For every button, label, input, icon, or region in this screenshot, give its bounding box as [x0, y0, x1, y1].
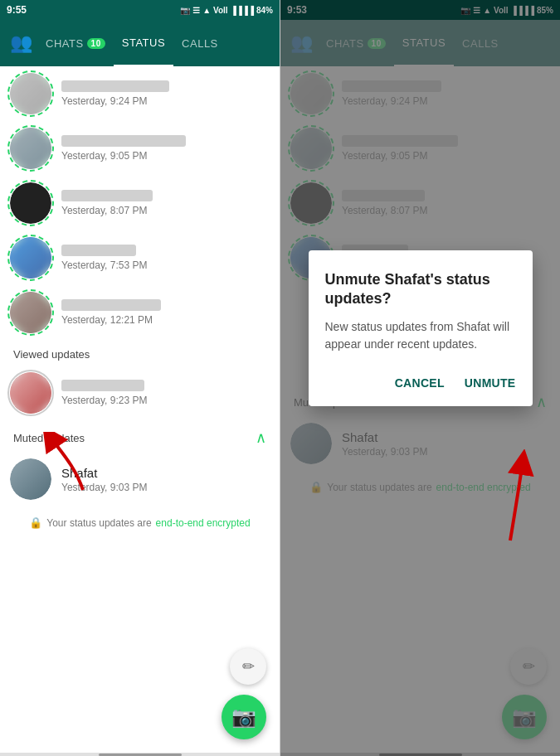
status-info-3: Yesterday, 8:07 PM	[61, 190, 270, 216]
red-arrow-right	[469, 449, 552, 549]
status-item-5[interactable]: Yesterday, 12:21 PM	[0, 285, 280, 340]
viewed-item-1[interactable]: Yesterday, 9:23 PM	[0, 366, 280, 420]
status-info-4: Yesterday, 7:53 PM	[61, 245, 270, 271]
left-fab-area: ✏ 📷	[222, 648, 266, 739]
left-nav-tabs: Chats 10 Status Calls	[37, 20, 276, 66]
pencil-icon-left: ✏	[242, 657, 255, 676]
avatar-wrap-viewed	[10, 372, 51, 414]
cancel-button[interactable]: Cancel	[395, 373, 445, 393]
red-arrow-left	[33, 432, 116, 498]
left-bottom-indicator	[99, 754, 182, 756]
dialog-body: New status updates from Shafat will appe…	[325, 318, 516, 353]
left-top-nav: 👥 Chats 10 Status Calls	[0, 20, 280, 66]
status-item-2[interactable]: Yesterday, 9:05 PM	[0, 121, 280, 176]
avatar-wrap-1	[10, 73, 51, 114]
viewed-info-1: Yesterday, 9:23 PM	[61, 380, 270, 406]
status-info-1: Yesterday, 9:24 PM	[61, 80, 270, 107]
enc-link-left[interactable]: end-to-end encrypted	[156, 517, 251, 529]
left-phone-panel: 9:55 📷 ☰ ▲ Voll ▐▐▐▐ 84% 👥 Chats 10 Stat…	[0, 0, 280, 756]
avatar-wrap-2	[10, 128, 51, 169]
tab-calls-left[interactable]: Calls	[173, 20, 226, 66]
tab-chats-left[interactable]: Chats 10	[37, 20, 114, 66]
viewed-updates-header: Viewed updates	[0, 340, 280, 366]
lock-icon-left: 🔒	[29, 516, 42, 529]
tab-status-left[interactable]: Status	[114, 20, 173, 66]
chats-badge-left: 10	[87, 38, 105, 49]
people-icon-left[interactable]: 👥	[10, 32, 32, 54]
dialog-title: Unmute Shafat's status updates?	[325, 270, 516, 309]
left-status-icons: 📷 ☰ ▲ Voll ▐▐▐▐ 84%	[180, 6, 273, 15]
status-item-4[interactable]: Yesterday, 7:53 PM	[0, 230, 280, 285]
camera-icon-left: 📷	[231, 705, 256, 729]
left-bottom-bar	[0, 753, 280, 756]
dialog-actions: Cancel Unmute	[325, 373, 516, 393]
chevron-up-icon-left: ∧	[256, 429, 266, 447]
avatar-wrap-4	[10, 237, 51, 279]
status-info-2: Yesterday, 9:05 PM	[61, 135, 270, 162]
left-status-bar: 9:55 📷 ☰ ▲ Voll ▐▐▐▐ 84%	[0, 0, 280, 20]
dialog-overlay: Unmute Shafat's status updates? New stat…	[280, 0, 560, 756]
unmute-dialog: Unmute Shafat's status updates? New stat…	[309, 250, 533, 407]
avatar-wrap-5	[10, 292, 51, 333]
status-item-3[interactable]: Yesterday, 8:07 PM	[0, 176, 280, 230]
avatar-wrap-3	[10, 182, 51, 224]
left-time: 9:55	[7, 4, 27, 16]
encryption-notice-left: 🔒 Your status updates are end-to-end enc…	[0, 506, 280, 539]
right-phone-panel: 9:53 📷 ☰ ▲ Voll ▐▐▐▐ 85% 👥 Chats 10 Stat…	[280, 0, 560, 756]
fab-pencil-left[interactable]: ✏	[230, 648, 266, 685]
fab-camera-left[interactable]: 📷	[222, 695, 266, 739]
unmute-button[interactable]: Unmute	[465, 373, 516, 393]
status-info-5: Yesterday, 12:21 PM	[61, 299, 270, 326]
status-item-1[interactable]: Yesterday, 9:24 PM	[0, 66, 280, 121]
